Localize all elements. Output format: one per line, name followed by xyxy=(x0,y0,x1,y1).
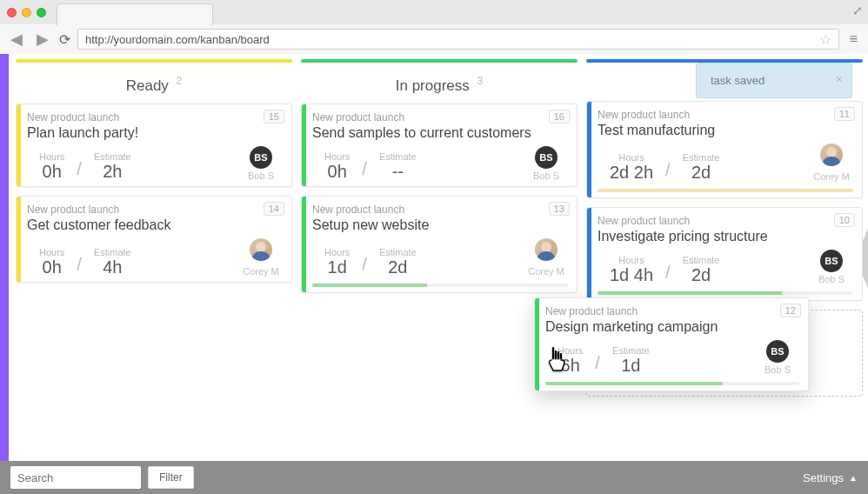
card-edge xyxy=(587,102,591,197)
caret-up-icon: ▲ xyxy=(849,473,858,483)
card-project: New product launch xyxy=(27,111,283,124)
hours-label: Hours xyxy=(39,247,64,257)
estimate-label: Estimate xyxy=(683,255,720,265)
estimate-block: Estimate 2h xyxy=(82,151,144,181)
column-header: Ready 2 xyxy=(14,63,294,103)
assignee[interactable]: Corey M xyxy=(810,144,853,182)
card-list: New product launch 16 Send samples to cu… xyxy=(299,103,579,293)
card-number-badge: 12 xyxy=(780,304,801,317)
card-title: Setup new website xyxy=(312,217,568,233)
card-project: New product launch xyxy=(598,215,853,227)
url-bar[interactable]: http://yourdomain.com/kanban/board ☆ xyxy=(77,29,839,50)
assignee-name: Bob S xyxy=(756,364,799,375)
hours-label: Hours xyxy=(610,255,653,265)
hours-value: 6h xyxy=(558,356,583,375)
card-title: Investigate pricing structure xyxy=(598,229,853,244)
assignee[interactable]: BS Bob S xyxy=(524,146,568,181)
estimate-value: 2d xyxy=(683,163,720,182)
progress-fill xyxy=(545,382,723,385)
hours-value: 0h xyxy=(39,257,64,277)
estimate-value: 2d xyxy=(683,265,720,284)
browser-tab-bar: ⤢ xyxy=(0,0,868,24)
avatar-initials: BS xyxy=(820,250,843,272)
settings-menu[interactable]: Settings ▲ xyxy=(803,471,858,484)
card-progress-bar xyxy=(598,291,853,295)
assignee-name: Corey M xyxy=(524,266,568,277)
assignee-name: Bob S xyxy=(524,170,568,181)
left-rail[interactable] xyxy=(0,54,9,461)
hamburger-menu-icon[interactable]: ≡ xyxy=(846,31,861,47)
close-window-icon[interactable] xyxy=(7,8,17,17)
card-meta: Hours1d / Estimate2d Corey M xyxy=(312,238,568,277)
card-project: New product launch xyxy=(545,305,799,317)
bookmark-star-icon[interactable]: ☆ xyxy=(819,31,831,48)
forward-icon[interactable]: ▶ xyxy=(33,30,52,49)
toast-close-icon[interactable]: × xyxy=(836,72,843,86)
kanban-card[interactable]: New product launch 16 Send samples to cu… xyxy=(301,103,578,187)
card-number-badge: 14 xyxy=(264,202,284,216)
maximize-window-icon[interactable] xyxy=(37,8,46,17)
card-project: New product launch xyxy=(598,109,853,121)
reload-icon[interactable]: ⟳ xyxy=(59,31,70,48)
assignee[interactable]: Corey M xyxy=(239,238,283,277)
progress-fill xyxy=(598,291,782,295)
column-title: In progress xyxy=(396,77,470,94)
kanban-app: task saved × Ready 2 New product launch … xyxy=(0,54,868,494)
card-meta: Hours0h / Estimate-- BS Bob S xyxy=(312,146,568,181)
card-number-badge: 13 xyxy=(549,202,570,216)
card-title: Test manufacturing xyxy=(598,123,853,138)
hours-label: Hours xyxy=(324,151,350,162)
card-meta: Hours2d 2h / Estimate2d Corey M xyxy=(598,144,853,182)
window-controls[interactable] xyxy=(7,8,46,17)
assignee[interactable]: Corey M xyxy=(524,238,568,277)
column-in-progress: In progress 3 New product launch 16 Send… xyxy=(299,59,579,461)
estimate-label: Estimate xyxy=(94,151,131,162)
minimize-window-icon[interactable] xyxy=(22,8,31,17)
assignee-name: Corey M xyxy=(239,266,283,277)
card-meta: Hours6h / Estimate1d BS Bob S xyxy=(545,340,799,375)
assignee[interactable]: BS Bob S xyxy=(810,250,853,284)
toast-message: task saved xyxy=(711,74,765,87)
card-title: Get customer feedback xyxy=(27,217,283,233)
back-icon[interactable]: ◀ xyxy=(7,30,26,49)
card-number-badge: 16 xyxy=(549,110,570,124)
card-edge xyxy=(535,298,539,391)
hours-block: Hours 0h xyxy=(27,151,77,181)
assignee[interactable]: BS Bob S xyxy=(756,340,799,375)
assignee-name: Corey M xyxy=(810,171,853,182)
card-title: Send samples to current customers xyxy=(312,125,568,141)
toast-notification: task saved × xyxy=(696,63,852,98)
hours-value: 1d 4h xyxy=(610,265,653,284)
avatar-initials: BS xyxy=(766,340,789,363)
hours-label: Hours xyxy=(324,247,350,257)
hours-label: Hours xyxy=(610,152,653,163)
estimate-label: Estimate xyxy=(612,345,650,356)
kanban-card[interactable]: New product launch 14 Get customer feedb… xyxy=(16,196,292,283)
estimate-value: 1d xyxy=(612,356,650,375)
filter-button[interactable]: Filter xyxy=(148,466,194,489)
kanban-card[interactable]: New product launch 13 Setup new website … xyxy=(301,196,578,293)
avatar-photo xyxy=(535,238,558,261)
card-project: New product launch xyxy=(312,111,568,124)
hours-value: 1d xyxy=(324,257,350,277)
footer-bar: Filter Settings ▲ xyxy=(0,461,868,494)
kanban-card[interactable]: New product launch 10 Investigate pricin… xyxy=(586,207,863,301)
hours-label: Hours xyxy=(558,345,583,356)
assignee-name: Bob S xyxy=(239,170,283,181)
kanban-card[interactable]: New product launch 15 Plan launch party!… xyxy=(16,103,292,187)
card-progress-bar xyxy=(598,189,853,192)
card-edge xyxy=(587,208,591,300)
assignee-name: Bob S xyxy=(810,274,853,284)
avatar-initials: BS xyxy=(535,146,558,169)
browser-tab[interactable] xyxy=(57,3,213,26)
kanban-card-dragging[interactable]: New product launch 12 Design marketing c… xyxy=(534,297,809,391)
card-list: New product launch 15 Plan launch party!… xyxy=(14,103,294,283)
column-done: New product launch 11 Test manufacturing… xyxy=(584,59,865,461)
card-number-badge: 10 xyxy=(834,213,855,227)
progress-fill xyxy=(312,284,427,287)
browser-chrome: ⤢ ◀ ▶ ⟳ http://yourdomain.com/kanban/boa… xyxy=(0,0,868,54)
card-title: Plan launch party! xyxy=(27,125,283,141)
assignee[interactable]: BS Bob S xyxy=(239,146,283,181)
search-input[interactable] xyxy=(10,466,141,489)
kanban-card[interactable]: New product launch 11 Test manufacturing… xyxy=(586,101,863,198)
